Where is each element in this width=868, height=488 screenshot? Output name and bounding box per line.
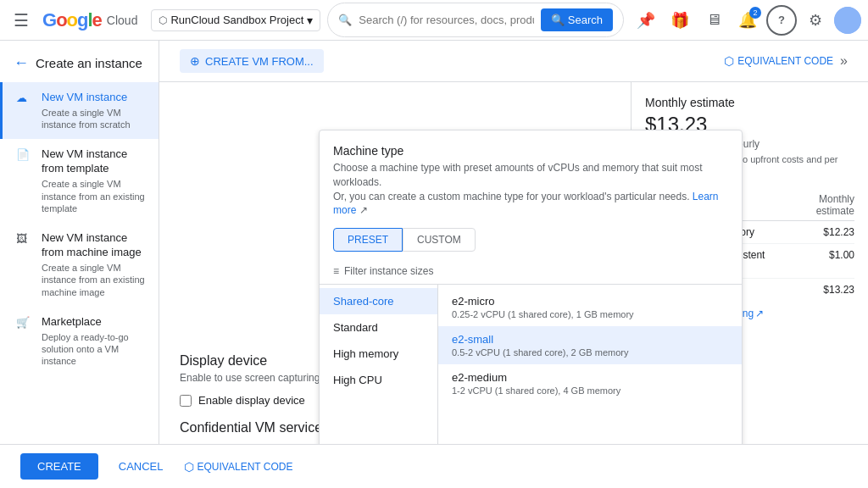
- notification-badge: 2: [749, 7, 761, 19]
- footer-bar: CREATE CANCEL ⬡ EQUIVALENT CODE: [159, 444, 868, 488]
- e2-medium-desc: 1-2 vCPU (1 shared core), 4 GB memory: [452, 385, 728, 396]
- nav-icons: 📌 🎁 🖥 🔔 2 ? ⚙: [631, 5, 861, 36]
- row-cost-1: $12.23: [780, 220, 854, 243]
- new-vm-desc: Create a single VM instance from scratch: [42, 107, 145, 131]
- screen-icon[interactable]: 🖥: [698, 5, 729, 36]
- project-label: RunCloud Sandbox Project: [170, 14, 303, 26]
- display-device-checkbox-label: Enable display device: [198, 394, 305, 407]
- panel-desc: Choose a machine type with preset amount…: [333, 161, 728, 218]
- vm-template-desc: Create a single VM instance from an exis…: [42, 178, 145, 214]
- user-avatar[interactable]: [834, 7, 861, 34]
- machine-image-title: New VM instance from machine image: [42, 231, 145, 260]
- filter-label: Filter instance sizes: [344, 265, 433, 277]
- dropdown-body: Shared-core Standard High memory High CP…: [320, 285, 742, 454]
- row-cost-total: $13.23: [780, 278, 854, 301]
- category-list: Shared-core Standard High memory High CP…: [320, 285, 438, 454]
- vm-icon: ⊕: [190, 54, 200, 68]
- new-vm-icon: ☁: [16, 92, 31, 107]
- create-vm-from-button[interactable]: ⊕ CREATE VM FROM...: [180, 49, 324, 73]
- search-icon: 🔍: [338, 14, 352, 26]
- sidebar-item-new-vm[interactable]: ☁ New VM instance Create a single VM ins…: [0, 82, 159, 139]
- footer-equivalent-code-label: EQUIVALENT CODE: [198, 461, 293, 473]
- panel-header: Machine type Choose a machine type with …: [320, 130, 742, 258]
- code-brackets-icon: ⬡: [184, 460, 194, 474]
- sidebar-header: ← Create an instance: [0, 47, 159, 82]
- e2-small-name: e2-small: [452, 333, 728, 346]
- cost-header: Monthly estimate: [780, 190, 854, 221]
- sidebar-title: Create an instance: [36, 56, 142, 70]
- equivalent-code-button[interactable]: ⬡ EQUIVALENT CODE: [724, 54, 833, 68]
- category-high-cpu[interactable]: High CPU: [320, 367, 437, 393]
- e2-micro-name: e2-micro: [452, 295, 728, 308]
- project-selector[interactable]: ⬡ RunCloud Sandbox Project ▾: [151, 9, 320, 31]
- machine-type-panel: Machine type Choose a machine type with …: [319, 130, 743, 455]
- filter-bar[interactable]: ≡ Filter instance sizes: [320, 258, 742, 285]
- machine-image-desc: Create a single VM instance from an exis…: [42, 262, 145, 298]
- pin-icon[interactable]: 📌: [631, 5, 661, 36]
- expand-panel-icon[interactable]: »: [840, 53, 848, 69]
- e2-micro-desc: 0.25-2 vCPU (1 shared core), 1 GB memory: [452, 309, 728, 319]
- create-header: ⊕ CREATE VM FROM... ⬡ EQUIVALENT CODE »: [159, 41, 868, 82]
- custom-tab[interactable]: CUSTOM: [403, 228, 476, 252]
- vm-template-icon: 📄: [16, 148, 31, 164]
- search-icon-btn: 🔍: [551, 14, 565, 26]
- search-btn-label: Search: [568, 14, 603, 26]
- back-button[interactable]: ←: [14, 54, 29, 72]
- cancel-button[interactable]: CANCEL: [159, 453, 174, 480]
- confidential-vm-title: Confidential VM service: [180, 420, 322, 435]
- main-content: ⊕ CREATE VM FROM... ⬡ EQUIVALENT CODE » …: [159, 41, 868, 488]
- machine-image-icon: 🖼: [16, 232, 31, 247]
- marketplace-icon: 🛒: [16, 316, 31, 331]
- panel-title: Machine type: [333, 144, 728, 158]
- google-cloud-logo: Google Cloud: [42, 9, 137, 31]
- instance-e2-medium[interactable]: e2-medium 1-2 vCPU (1 shared core), 4 GB…: [438, 364, 742, 402]
- search-input[interactable]: [359, 14, 534, 26]
- marketplace-desc: Deploy a ready-to-go solution onto a VM …: [42, 331, 145, 368]
- sidebar-item-vm-machine-image[interactable]: 🖼 New VM instance from machine image Cre…: [0, 223, 159, 307]
- cloud-text: Cloud: [107, 14, 138, 27]
- category-standard[interactable]: Standard: [320, 314, 437, 341]
- instance-e2-micro[interactable]: e2-micro 0.25-2 vCPU (1 shared core), 1 …: [438, 288, 742, 326]
- footer-equivalent-code-button[interactable]: ⬡ EQUIVALENT CODE: [184, 460, 293, 474]
- marketplace-title: Marketplace: [42, 315, 145, 330]
- sidebar: ← Create an instance ☁ New VM instance C…: [0, 41, 159, 488]
- preset-custom-tabs: PRESET CUSTOM: [333, 228, 728, 252]
- preset-tab[interactable]: PRESET: [333, 228, 403, 252]
- display-device-checkbox[interactable]: [180, 395, 192, 407]
- e2-medium-name: e2-medium: [452, 371, 728, 384]
- cost-title: Monthly estimate: [645, 96, 854, 109]
- page: ← Create an instance ☁ New VM instance C…: [0, 41, 868, 488]
- search-button[interactable]: 🔍 Search: [541, 8, 613, 31]
- instance-e2-small[interactable]: e2-small 0.5-2 vCPU (1 shared core), 2 G…: [438, 326, 742, 364]
- hamburger-menu[interactable]: ☰: [7, 3, 36, 37]
- category-shared-core[interactable]: Shared-core: [320, 288, 437, 314]
- learn-more-link[interactable]: Learn more: [333, 191, 719, 217]
- search-bar[interactable]: 🔍 🔍 Search: [327, 3, 624, 37]
- row-cost-2: $1.00: [780, 243, 854, 278]
- code-icon: ⬡: [724, 54, 734, 68]
- settings-icon[interactable]: ⚙: [800, 5, 831, 36]
- instance-list: e2-micro 0.25-2 vCPU (1 shared core), 1 …: [438, 285, 742, 454]
- top-nav: ☰ Google Cloud ⬡ RunCloud Sandbox Projec…: [0, 0, 868, 41]
- filter-icon: ≡: [333, 265, 339, 277]
- equivalent-code-label: EQUIVALENT CODE: [737, 55, 833, 67]
- help-icon[interactable]: ?: [766, 5, 797, 36]
- project-chevron: ▾: [307, 14, 313, 27]
- category-high-memory[interactable]: High memory: [320, 341, 437, 367]
- new-vm-title: New VM instance: [42, 91, 145, 105]
- sidebar-item-marketplace[interactable]: 🛒 Marketplace Deploy a ready-to-go solut…: [0, 307, 159, 376]
- notification-icon[interactable]: 🔔 2: [732, 5, 763, 36]
- vm-template-title: New VM instance from template: [42, 147, 145, 176]
- create-vm-label: CREATE VM FROM...: [205, 55, 314, 68]
- e2-small-desc: 0.5-2 vCPU (1 shared core), 2 GB memory: [452, 347, 728, 358]
- sidebar-item-vm-template[interactable]: 📄 New VM instance from template Create a…: [0, 139, 159, 223]
- gift-icon[interactable]: 🎁: [665, 5, 695, 36]
- external-link-icon: ↗: [755, 308, 764, 319]
- header-right: ⬡ EQUIVALENT CODE »: [724, 53, 848, 69]
